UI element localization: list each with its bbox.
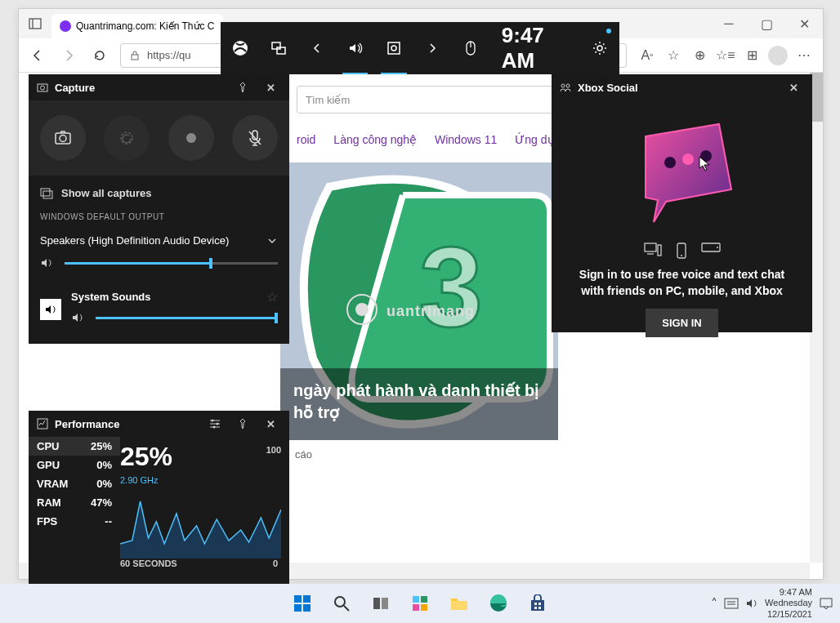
nav-link[interactable]: Làng công nghệ (333, 133, 417, 146)
show-all-captures[interactable]: Show all captures (29, 176, 289, 211)
close-button[interactable]: ✕ (783, 77, 804, 98)
chart-max-label: 100 (266, 445, 281, 455)
capture-title: Capture (55, 82, 95, 94)
tab-actions-icon[interactable] (19, 17, 51, 30)
svg-point-32 (213, 426, 216, 429)
xbox-game-bar: 9:47 AM (221, 22, 619, 74)
forward-button[interactable] (58, 45, 79, 66)
lock-icon (129, 50, 141, 61)
svg-rect-51 (373, 598, 380, 609)
perf-big-value: 25% (120, 442, 281, 472)
svg-rect-24 (41, 189, 50, 196)
star-icon[interactable]: ☆ (266, 289, 278, 305)
perf-stat-cpu[interactable]: CPU25% (29, 437, 120, 456)
system-volume-slider[interactable] (96, 317, 278, 319)
close-window-button[interactable]: ✕ (785, 11, 823, 36)
gb-next-button[interactable] (413, 22, 452, 74)
console-icon (701, 243, 721, 252)
svg-rect-47 (294, 604, 302, 612)
svg-rect-2 (132, 55, 138, 60)
svg-rect-26 (38, 419, 47, 429)
favorites-bar-icon[interactable]: ☆≡ (715, 45, 736, 66)
refresh-button[interactable] (89, 45, 110, 66)
xbox-social-widget: Xbox Social ✕ Sign in to use free voice … (552, 74, 812, 332)
svg-rect-46 (303, 595, 311, 603)
audio-device-name: Speakers (High Definition Audio Device) (40, 234, 229, 247)
tray-chevron[interactable]: ˄ (711, 596, 717, 612)
audio-widget-button[interactable] (336, 22, 374, 74)
record-button[interactable] (168, 115, 214, 161)
taskbar-clock[interactable]: 9:47 AM Wednesday 12/15/2021 (765, 587, 812, 620)
svg-point-12 (391, 46, 396, 51)
svg-point-21 (186, 133, 196, 143)
notifications-button[interactable] (819, 596, 833, 611)
widgets-icon[interactable] (259, 22, 297, 74)
browser-menu-button[interactable]: ⋯ (793, 45, 815, 66)
settings-icon[interactable] (581, 22, 619, 74)
svg-point-19 (60, 136, 66, 142)
profile-avatar[interactable] (767, 45, 789, 66)
svg-rect-48 (303, 604, 311, 612)
back-button[interactable] (27, 45, 48, 66)
perf-stat-fps[interactable]: FPS-- (29, 512, 120, 531)
nav-link[interactable]: Windows 11 (435, 133, 497, 146)
svg-rect-39 (658, 245, 661, 256)
svg-rect-11 (388, 42, 400, 54)
mic-mute-button[interactable] (232, 115, 278, 161)
add-favorite-icon[interactable]: ⊕ (689, 45, 710, 66)
svg-rect-62 (534, 607, 537, 609)
svg-point-33 (561, 84, 565, 87)
mouse-icon[interactable] (452, 22, 490, 74)
widgets-button[interactable] (404, 587, 436, 620)
audio-device-dropdown[interactable]: Speakers (High Definition Audio Device) (40, 229, 278, 251)
start-button[interactable] (286, 587, 319, 620)
store-button[interactable] (521, 587, 554, 620)
tray-keyboard-icon[interactable] (724, 598, 739, 609)
close-button[interactable]: ✕ (260, 77, 281, 98)
performance-widget: Performance ✕ CPU25% GPU0% VRAM0% RAM47%… (29, 411, 289, 589)
close-button[interactable]: ✕ (260, 413, 281, 434)
minimize-button[interactable]: ─ (710, 11, 748, 36)
below-text: cáo (295, 448, 312, 461)
capture-widget: Capture ✕ Show all captures WINDOWS DEFA… (29, 74, 289, 344)
signin-button[interactable]: SIGN IN (646, 309, 717, 337)
svg-line-50 (344, 606, 349, 611)
pin-button[interactable] (232, 77, 253, 98)
pc-icon (644, 243, 662, 257)
gallery-icon (40, 188, 53, 199)
site-search-input[interactable]: Tìm kiếm (297, 86, 558, 113)
speaker-volume-slider[interactable] (65, 262, 278, 265)
tray-volume-icon[interactable] (745, 598, 758, 609)
perf-stat-ram[interactable]: RAM47% (29, 493, 120, 512)
svg-point-49 (335, 597, 345, 607)
maximize-button[interactable]: ▢ (748, 11, 785, 36)
xbox-icon[interactable] (221, 22, 259, 74)
nav-link[interactable]: roid (297, 133, 315, 146)
gb-prev-button[interactable] (297, 22, 336, 74)
edge-button[interactable] (482, 587, 515, 620)
svg-rect-61 (538, 603, 541, 605)
svg-rect-59 (531, 600, 544, 611)
collections-icon[interactable]: ⊞ (741, 45, 762, 66)
svg-point-31 (217, 423, 219, 425)
social-title: Xbox Social (578, 82, 638, 94)
svg-point-37 (700, 150, 712, 162)
task-view-button[interactable] (364, 587, 397, 620)
record-last-button[interactable] (104, 115, 150, 161)
capture-widget-button[interactable] (374, 22, 413, 74)
screenshot-button[interactable] (40, 115, 86, 161)
browser-tab[interactable]: Quantrimang.com: Kiến Thức C (51, 14, 223, 38)
audio-section: WINDOWS DEFAULT OUTPUT Speakers (High De… (29, 211, 289, 344)
favorite-icon[interactable]: ☆ (663, 45, 684, 66)
svg-rect-57 (451, 601, 467, 610)
pin-button[interactable] (232, 413, 253, 434)
perf-stat-vram[interactable]: VRAM0% (29, 474, 120, 493)
svg-point-17 (41, 86, 45, 90)
search-button[interactable] (325, 587, 358, 620)
file-explorer-button[interactable] (443, 587, 476, 620)
svg-rect-38 (645, 243, 656, 251)
perf-stat-gpu[interactable]: GPU0% (29, 456, 120, 474)
perf-options-button[interactable] (204, 413, 226, 434)
hero-article[interactable]: 3 uantrimang ngày phát hành và danh thiế… (280, 162, 558, 440)
read-aloud-icon[interactable]: A» (637, 45, 658, 66)
